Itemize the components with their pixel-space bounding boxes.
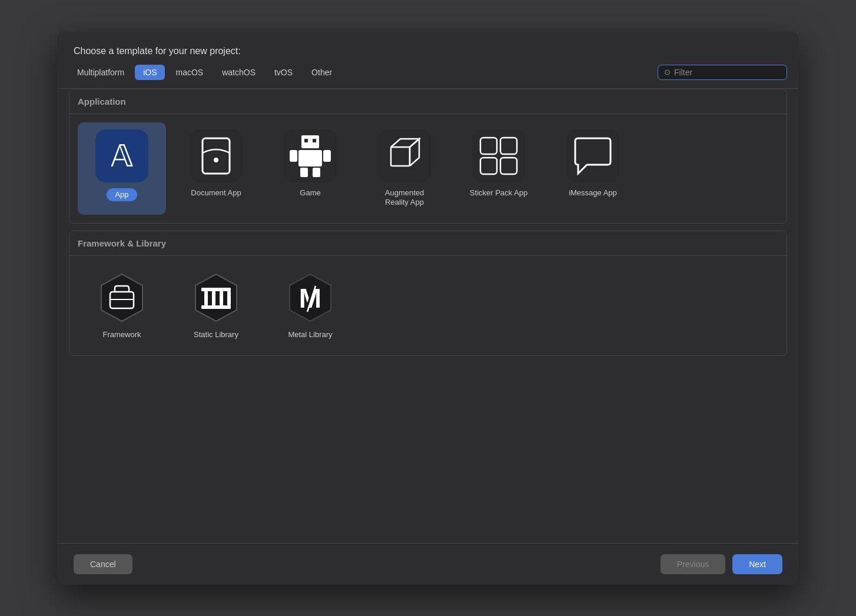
tab-tvos[interactable]: tvOS [266,65,301,80]
cancel-button[interactable]: Cancel [74,554,132,574]
framework-section: Framework & Library [69,231,787,356]
svg-rect-12 [290,150,297,162]
filter-icon: ⊙ [664,68,671,76]
svg-rect-7 [304,139,308,142]
svg-rect-8 [313,139,316,142]
tab-multiplatform[interactable]: Multiplatform [69,65,132,80]
ar-app-label: AugmentedReality App [385,188,424,208]
sticker-pack-icon [472,129,525,182]
footer-right: Previous Next [661,554,782,574]
imessage-app-label: iMessage App [569,188,617,198]
content-area: Application 𝔸 App [57,89,799,543]
svg-point-4 [214,158,218,162]
metal-library-label: Metal Library [288,330,332,340]
app-label: App [107,188,137,202]
template-item-ar-app[interactable]: AugmentedReality App [360,122,449,215]
document-app-icon [190,129,243,182]
svg-rect-13 [323,150,331,162]
svg-rect-27 [201,305,231,309]
svg-rect-30 [212,291,215,305]
header-text: Choose a template for your new project: [74,46,241,56]
app-icon: 𝔸 [95,129,148,182]
previous-button[interactable]: Previous [661,554,725,574]
dialog: Choose a template for your new project: … [57,32,799,585]
svg-rect-6 [301,135,319,148]
svg-rect-14 [378,129,431,182]
template-item-document-app[interactable]: Document App [172,122,260,215]
svg-marker-23 [101,274,142,321]
template-item-game[interactable]: Game [266,122,354,215]
svg-rect-17 [472,129,525,182]
framework-section-header: Framework & Library [69,231,787,256]
game-label: Game [300,188,320,198]
filter-input[interactable] [674,68,781,77]
static-library-label: Static Library [194,330,238,340]
svg-rect-9 [298,150,322,167]
sticker-pack-label: Sticker Pack App [470,188,527,198]
next-button[interactable]: Next [732,554,782,574]
svg-rect-29 [204,291,208,305]
dialog-header: Choose a template for your new project: [57,32,799,56]
metal-library-icon: M [284,271,337,324]
tab-other[interactable]: Other [303,65,340,80]
template-item-metal-library[interactable]: M Metal Library [266,264,354,347]
tab-macos[interactable]: macOS [167,65,211,80]
tab-ios[interactable]: iOS [135,65,165,80]
imessage-app-icon [566,129,619,182]
game-icon [284,129,337,182]
dialog-footer: Cancel Previous Next [57,543,799,585]
tab-watchos[interactable]: watchOS [214,65,264,80]
framework-items: Framework [69,256,787,355]
tabs-bar: Multiplatform iOS macOS watchOS tvOS Oth… [57,56,799,89]
svg-rect-10 [300,168,308,177]
ar-app-icon [378,129,431,182]
svg-text:𝔸: 𝔸 [111,139,134,173]
framework-label: Framework [102,330,141,340]
framework-icon [95,271,148,324]
svg-rect-28 [201,288,231,291]
document-app-label: Document App [191,188,241,198]
template-item-imessage-app[interactable]: iMessage App [549,122,637,215]
svg-rect-31 [220,291,223,305]
static-library-icon [190,271,243,324]
application-section: Application 𝔸 App [69,89,787,224]
template-item-static-library[interactable]: Static Library [172,264,260,347]
template-item-sticker-pack[interactable]: Sticker Pack App [454,122,543,215]
template-item-framework[interactable]: Framework [78,264,166,347]
application-section-header: Application [69,89,787,114]
application-items: 𝔸 App Document App [69,114,787,224]
svg-rect-11 [313,168,320,177]
filter-box: ⊙ [658,65,787,80]
template-item-app[interactable]: 𝔸 App [78,122,166,215]
svg-rect-32 [227,291,231,305]
